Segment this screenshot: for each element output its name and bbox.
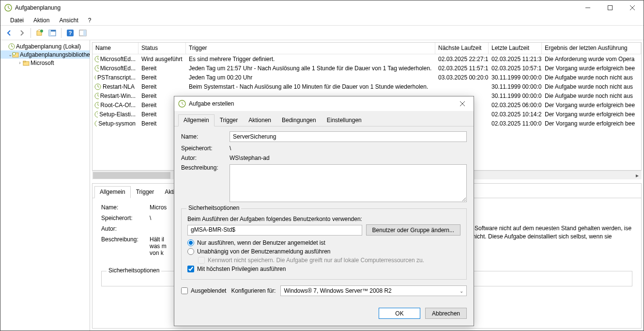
- detail-name-label: Name:: [101, 204, 150, 211]
- dlg-check-no-password-input: [198, 257, 205, 264]
- dlg-name-label: Name:: [181, 133, 230, 140]
- col-next[interactable]: Nächste Laufzeit: [435, 43, 489, 54]
- dlg-check-highest-priv[interactable]: Mit höchsten Privilegien ausführen: [187, 266, 460, 272]
- table-row[interactable]: MicrosoftEd...Wird ausgeführtEs sind meh…: [92, 54, 641, 63]
- dlg-name-input[interactable]: [230, 131, 467, 142]
- clock-icon: [8, 43, 15, 50]
- dlg-radio-logged-on-input[interactable]: [187, 239, 194, 246]
- title-bar[interactable]: Aufgabenplanung: [0, 0, 644, 15]
- dialog-title: Aufgabe erstellen: [189, 100, 234, 107]
- tree-expander-icon[interactable]: ›: [17, 60, 23, 65]
- svg-rect-6: [49, 30, 51, 36]
- dlg-radio-independent[interactable]: Unabhängig von der Benutzeranmeldung aus…: [187, 248, 460, 255]
- table-row[interactable]: Restart-NLABereitBeim Systemstart - Nach…: [92, 82, 641, 91]
- detail-desc-label: Beschreibung:: [101, 236, 150, 256]
- task-grid-header[interactable]: Name Status Trigger Nächste Laufzeit Let…: [92, 43, 641, 54]
- detail-tab-trigger[interactable]: Trigger: [131, 186, 160, 198]
- detail-desc-overflow: -Software nicht auf dem neuesten Stand g…: [473, 224, 637, 241]
- dialog-tab-trigger[interactable]: Trigger: [215, 114, 244, 126]
- nav-back-button[interactable]: [3, 27, 15, 39]
- dlg-check-hidden-input[interactable]: [181, 287, 188, 294]
- dlg-author-value: WS\stephan-ad: [230, 155, 467, 161]
- library-icon: [12, 51, 19, 58]
- menu-help[interactable]: ?: [84, 16, 95, 25]
- menu-aktion[interactable]: Aktion: [30, 16, 53, 25]
- svg-point-13: [13, 52, 15, 55]
- menu-ansicht[interactable]: Ansicht: [55, 16, 82, 25]
- create-task-dialog: Aufgabe erstellen Allgemein Trigger Akti…: [174, 96, 474, 326]
- maximize-button[interactable]: [599, 0, 621, 15]
- dialog-tab-bedingungen[interactable]: Bedingungen: [276, 114, 322, 126]
- svg-rect-15: [23, 61, 26, 62]
- dlg-check-highest-priv-input[interactable]: [187, 266, 194, 272]
- dlg-check-hidden[interactable]: Ausgeblendet: [181, 287, 226, 294]
- dlg-ok-button[interactable]: OK: [379, 308, 420, 319]
- svg-rect-1: [608, 6, 613, 10]
- toolbar: ?: [0, 26, 644, 40]
- toolbar-separator: [61, 28, 61, 38]
- col-last[interactable]: Letzte Laufzeit: [489, 43, 542, 54]
- dlg-radio-logged-on[interactable]: Nur ausführen, wenn der Benutzer angemel…: [187, 239, 460, 246]
- dlg-loc-value: \: [230, 145, 467, 152]
- table-row[interactable]: MicrosoftEd...BereitJeden Tag um 21:57 U…: [92, 63, 641, 73]
- svg-point-23: [95, 121, 97, 126]
- detail-security-legend: Sicherheitsoptionen: [107, 267, 161, 274]
- nav-forward-button[interactable]: [16, 27, 28, 39]
- dlg-configure-for-label: Konfigurieren für:: [231, 287, 276, 294]
- col-trigger[interactable]: Trigger: [186, 43, 435, 54]
- table-row[interactable]: PSTranscript...BereitJeden Tag um 00:20 …: [92, 73, 641, 82]
- scroll-thumb[interactable]: [93, 172, 170, 179]
- dialog-close-button[interactable]: [451, 96, 474, 111]
- detail-loc-label: Speicherort:: [101, 215, 150, 221]
- clock-icon: [178, 100, 186, 108]
- detail-author-label: Autor:: [101, 225, 150, 232]
- dlg-check-no-password: Kennwort nicht speichern. Die Aufgabe gr…: [198, 257, 460, 264]
- dialog-tab-einstellungen[interactable]: Einstellungen: [322, 114, 367, 126]
- menu-bar: Datei Aktion Ansicht ?: [0, 15, 644, 26]
- dialog-tab-aktionen[interactable]: Aktionen: [243, 114, 276, 126]
- svg-point-3: [40, 30, 43, 32]
- close-button[interactable]: [621, 0, 644, 15]
- dlg-loc-label: Speicherort:: [181, 145, 230, 152]
- dialog-title-bar[interactable]: Aufgabe erstellen: [174, 96, 474, 111]
- dlg-configure-for-select[interactable]: Windows® 7, Windows Server™ 2008 R2 ⌄: [280, 285, 467, 296]
- tree-node-microsoft[interactable]: › Microsoft: [0, 59, 90, 67]
- toolbar-view-button[interactable]: [46, 27, 58, 39]
- svg-rect-10: [83, 30, 86, 36]
- scroll-right-icon[interactable]: ▸: [633, 171, 642, 180]
- svg-point-22: [95, 111, 98, 117]
- task-scheduler-window: Aufgabenplanung Datei Aktion Ansicht ? ?: [0, 0, 644, 331]
- dlg-author-label: Autor:: [181, 155, 230, 161]
- window-title: Aufgabenplanung: [15, 4, 61, 11]
- dialog-tabs: Allgemein Trigger Aktionen Bedingungen E…: [174, 111, 474, 126]
- dlg-change-user-button[interactable]: Benutzer oder Gruppe ändern...: [366, 224, 460, 236]
- dlg-radio-independent-input[interactable]: [187, 248, 194, 255]
- col-status[interactable]: Status: [138, 43, 186, 54]
- dlg-account-field[interactable]: gMSA-BMR-Std$: [187, 225, 362, 236]
- tree-expander-icon[interactable]: ⌄: [8, 52, 12, 57]
- col-name[interactable]: Name: [92, 43, 138, 54]
- toolbar-separator: [31, 28, 31, 38]
- folder-icon: [23, 60, 30, 66]
- dlg-desc-input[interactable]: [230, 164, 467, 202]
- svg-point-18: [95, 75, 96, 80]
- dialog-tab-allgemein[interactable]: Allgemein: [178, 114, 215, 126]
- chevron-down-icon: ⌄: [460, 288, 463, 294]
- svg-text:?: ?: [69, 30, 72, 36]
- col-result[interactable]: Ergebnis der letzten Ausführung: [542, 43, 641, 54]
- menu-datei[interactable]: Datei: [6, 16, 28, 25]
- dlg-security-legend: Sicherheitsoptionen: [186, 205, 241, 211]
- dlg-security-fieldset: Sicherheitsoptionen Beim Ausführen der A…: [181, 208, 467, 280]
- tree-node-root[interactable]: Aufgabenplanung (Lokal): [0, 42, 90, 50]
- minimize-button[interactable]: [577, 0, 599, 15]
- toolbar-action-button[interactable]: [34, 27, 46, 39]
- tree-node-library[interactable]: ⌄ Aufgabenplanungsbibliothek: [0, 50, 90, 59]
- dlg-security-line: Beim Ausführen der Aufgaben folgendes Be…: [187, 216, 460, 222]
- nav-tree[interactable]: Aufgabenplanung (Lokal) ⌄ Aufgabenplanun…: [0, 40, 90, 331]
- dlg-cancel-button[interactable]: Abbrechen: [425, 308, 467, 319]
- toolbar-pane-button[interactable]: [77, 27, 89, 39]
- detail-tab-allgemein[interactable]: Allgemein: [94, 186, 131, 198]
- toolbar-help-button[interactable]: ?: [64, 27, 76, 39]
- app-icon: [4, 4, 12, 12]
- dlg-desc-label: Beschreibung:: [181, 164, 230, 171]
